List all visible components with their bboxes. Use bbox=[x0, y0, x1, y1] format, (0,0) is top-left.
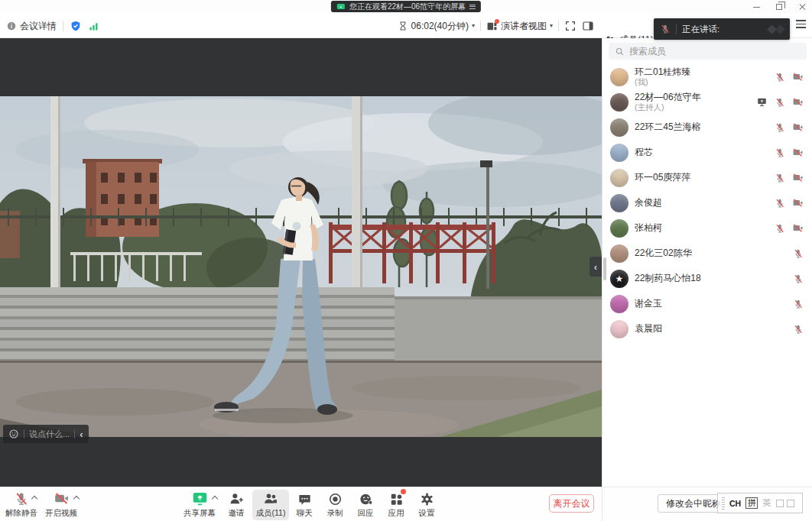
avatar bbox=[610, 244, 628, 263]
start-video-label: 开启视频 bbox=[45, 508, 77, 519]
view-mode-label: 演讲者视图 bbox=[501, 20, 547, 33]
mic-muted-icon bbox=[775, 72, 785, 83]
unmute-button[interactable]: 解除静音 bbox=[0, 490, 43, 520]
member-row[interactable]: 张柏柯 bbox=[603, 215, 812, 241]
react-button[interactable]: 回应 bbox=[350, 490, 381, 520]
rename-nickname-label: 修改会中昵称 bbox=[666, 497, 721, 510]
chat-icon bbox=[297, 492, 312, 506]
layout-view-icon bbox=[486, 21, 498, 32]
ime-tool-icons[interactable] bbox=[776, 500, 794, 507]
emoji-smiley-icon[interactable] bbox=[8, 429, 19, 439]
ime-toolbar[interactable]: CH 拼 英 bbox=[717, 493, 803, 513]
start-video-button[interactable]: 开启视频 bbox=[40, 490, 83, 520]
invite-button[interactable]: 邀请 bbox=[220, 490, 252, 520]
member-row[interactable]: 余俊超 bbox=[603, 190, 812, 215]
screen-sharing-icon bbox=[756, 96, 768, 108]
member-search-box[interactable] bbox=[609, 43, 807, 60]
meeting-duration-button[interactable]: 06:02(40分钟) ▾ bbox=[398, 20, 475, 33]
avatar bbox=[610, 295, 628, 313]
member-row[interactable]: 22材—06范守年 (主持人) bbox=[603, 89, 812, 115]
watermark-logo bbox=[768, 26, 784, 33]
member-name: 环二01桂炜臻 bbox=[635, 67, 768, 78]
invite-icon bbox=[229, 491, 244, 506]
panel-collapse-handle[interactable]: ‹ bbox=[590, 257, 602, 277]
mic-muted-icon bbox=[775, 147, 785, 158]
view-mode-button[interactable]: 演讲者视图 ▾ bbox=[486, 20, 553, 33]
ime-pinyin-mode[interactable]: 拼 bbox=[745, 497, 758, 509]
member-row[interactable]: ★ 22制药马心怡18 bbox=[603, 266, 812, 291]
chat-button[interactable]: 聊天 bbox=[289, 490, 320, 520]
record-button[interactable]: 录制 bbox=[320, 490, 350, 520]
toast-menu-icon[interactable] bbox=[469, 5, 476, 9]
panel-menu-icon[interactable] bbox=[796, 20, 806, 28]
meeting-duration-label: 06:02(40分钟) bbox=[411, 20, 469, 33]
member-name: 22制药马心怡18 bbox=[635, 273, 787, 284]
invite-label: 邀请 bbox=[229, 508, 245, 519]
settings-button[interactable]: 设置 bbox=[411, 490, 442, 520]
window-titlebar: 您正在观看22材—06范守年的屏幕 bbox=[0, 0, 812, 14]
leave-meeting-label: 离开会议 bbox=[554, 497, 590, 510]
avatar: ★ bbox=[610, 270, 628, 288]
avatar bbox=[610, 320, 628, 338]
sidebar-toggle-icon[interactable] bbox=[582, 20, 594, 32]
member-row[interactable]: 袁晨阳 bbox=[603, 316, 812, 341]
search-icon bbox=[615, 47, 625, 57]
mic-muted-icon bbox=[660, 24, 671, 34]
member-list: 环二01桂炜臻 (我) 22材—06范守年 (主持人) bbox=[603, 64, 812, 487]
divider bbox=[24, 429, 24, 438]
camera-off-icon bbox=[54, 490, 70, 506]
settings-label: 设置 bbox=[419, 508, 435, 519]
avatar bbox=[610, 68, 628, 86]
bottom-toolbar: 解除静音 开启视频 共享屏幕 邀请 成员(11) 聊天 录制 bbox=[0, 487, 812, 521]
avatar bbox=[610, 144, 628, 162]
collapse-chat-icon[interactable]: ‹ bbox=[80, 429, 83, 439]
mic-muted-icon bbox=[793, 324, 804, 335]
mic-muted-icon bbox=[775, 122, 785, 133]
meeting-details-button[interactable]: 会议详情 bbox=[6, 20, 57, 33]
record-icon bbox=[328, 492, 343, 506]
unmute-label: 解除静音 bbox=[5, 508, 37, 519]
mic-muted-icon bbox=[775, 97, 785, 108]
ime-drag-handle[interactable] bbox=[722, 497, 725, 510]
maximize-restore-button[interactable] bbox=[774, 2, 784, 12]
leave-meeting-button[interactable]: 离开会议 bbox=[549, 494, 594, 513]
fullscreen-icon[interactable] bbox=[564, 20, 577, 32]
watching-screen-text: 您正在观看22材—06范守年的屏幕 bbox=[349, 2, 466, 12]
mic-muted-icon bbox=[775, 198, 785, 209]
info-icon bbox=[6, 21, 17, 31]
members-button[interactable]: 成员(11) bbox=[252, 490, 289, 520]
quick-chat-bar[interactable]: 说点什么... ‹ bbox=[3, 425, 89, 443]
member-name: 余俊超 bbox=[635, 198, 768, 209]
member-row[interactable]: 谢金玉 bbox=[603, 291, 812, 316]
speaking-now-label: 正在讲话: bbox=[682, 24, 763, 35]
mic-muted-icon bbox=[793, 299, 804, 309]
hourglass-icon bbox=[398, 21, 408, 31]
avatar bbox=[610, 118, 628, 137]
member-row[interactable]: 环一05庾萍萍 bbox=[603, 165, 812, 190]
member-row[interactable]: 22化三02陈华 bbox=[603, 241, 812, 266]
ime-english-mode[interactable]: 英 bbox=[762, 497, 771, 509]
quick-chat-placeholder[interactable]: 说点什么... bbox=[29, 429, 70, 440]
minimize-button[interactable] bbox=[751, 2, 762, 12]
ime-language-indicator[interactable]: CH bbox=[729, 499, 741, 508]
member-search-input[interactable] bbox=[629, 46, 782, 57]
window-controls bbox=[751, 0, 807, 14]
react-label: 回应 bbox=[358, 508, 374, 519]
record-label: 录制 bbox=[327, 508, 343, 519]
network-signal-icon[interactable] bbox=[88, 21, 99, 32]
avatar bbox=[610, 219, 628, 238]
member-row[interactable]: 环二01桂炜臻 (我) bbox=[603, 64, 812, 89]
mic-muted-icon bbox=[14, 491, 29, 506]
apps-button[interactable]: 应用 bbox=[381, 490, 411, 520]
camera-off-icon bbox=[792, 197, 804, 209]
share-screen-button[interactable]: 共享屏幕 bbox=[178, 490, 221, 520]
speaking-now-toast: 正在讲话: bbox=[654, 18, 790, 40]
avatar bbox=[610, 93, 628, 112]
member-row[interactable]: 22环二45兰海榕 bbox=[603, 115, 812, 140]
close-button[interactable] bbox=[797, 2, 807, 12]
member-row[interactable]: 程芯 bbox=[603, 140, 812, 165]
apps-label: 应用 bbox=[388, 508, 404, 519]
security-shield-icon[interactable] bbox=[70, 20, 82, 32]
avatar bbox=[610, 169, 628, 187]
reaction-face-icon bbox=[359, 492, 373, 506]
